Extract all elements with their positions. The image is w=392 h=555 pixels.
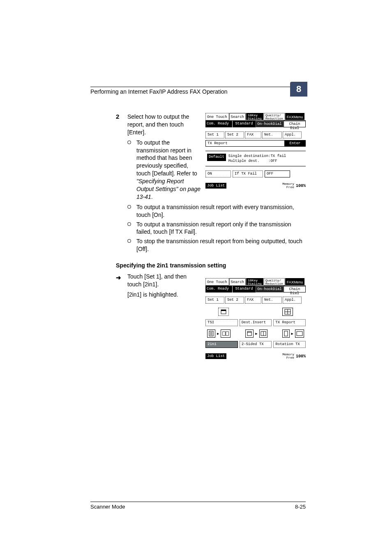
landscape-icon bbox=[295, 329, 304, 338]
btn-tsi[interactable]: TSI bbox=[205, 319, 238, 326]
svg-rect-15 bbox=[284, 331, 288, 336]
tab-faxmenu[interactable]: FAXMenu bbox=[285, 278, 305, 285]
btn-default[interactable]: Default bbox=[207, 154, 226, 161]
svg-rect-16 bbox=[297, 332, 302, 336]
text-report-lines: Single destination:TX fail Multiple dest… bbox=[228, 154, 286, 164]
stamp-icon[interactable] bbox=[218, 308, 229, 316]
grid-icon[interactable] bbox=[282, 308, 293, 316]
icon-pair-2sided: ▶ bbox=[245, 329, 267, 338]
book-closed-icon bbox=[245, 329, 254, 338]
arrow-right-icon: ▶ bbox=[255, 332, 257, 336]
svg-rect-1 bbox=[221, 310, 226, 311]
bullet-text-post: . bbox=[151, 193, 153, 200]
status-com-ready: Com. Ready bbox=[205, 121, 233, 127]
bullet-icon bbox=[127, 239, 131, 243]
icon-pair-rotation: ▶ bbox=[282, 329, 304, 338]
btn-fax[interactable]: FAX bbox=[245, 297, 261, 304]
btn-chain-dial[interactable]: Chain Dial bbox=[284, 286, 306, 292]
tab-dialing[interactable]: 10KeyDialing bbox=[246, 113, 263, 120]
arrow-step-text: Touch [Set 1], and then touch [2in1]. bbox=[127, 273, 195, 288]
label-memory-pct: 100% bbox=[296, 354, 306, 359]
subheading-2in1: Specifying the 2in1 transmission setting bbox=[116, 262, 306, 269]
tab-one-touch[interactable]: One Touch bbox=[205, 278, 229, 286]
page-single-icon bbox=[207, 329, 215, 338]
btn-rotation-tx[interactable]: Rotation TX bbox=[273, 341, 306, 348]
arrow-right-icon: ▶ bbox=[291, 332, 293, 336]
bullet-icon bbox=[127, 140, 131, 144]
label-memory-pct: 100% bbox=[296, 184, 306, 188]
portrait-icon bbox=[282, 329, 290, 338]
btn-fax[interactable]: FAX bbox=[245, 131, 261, 138]
btn-on[interactable]: ON bbox=[205, 170, 231, 177]
tab-one-touch[interactable]: One Touch bbox=[205, 113, 229, 120]
btn-tx-report[interactable]: TX Report bbox=[273, 319, 306, 326]
tab-search[interactable]: Search bbox=[229, 113, 246, 120]
book-open-icon bbox=[259, 329, 267, 338]
step2-bullet-default: To output the transmission report in met… bbox=[127, 139, 202, 201]
status-com-ready: Com. Ready bbox=[205, 286, 233, 292]
tab-quality[interactable]: Quality/Reduction bbox=[264, 278, 285, 286]
bullet-text: To stop the transmission result report f… bbox=[136, 238, 302, 252]
btn-job-list[interactable]: Job List bbox=[205, 353, 226, 359]
header-title: Performing an Internet Fax/IP Address FA… bbox=[90, 88, 228, 95]
btn-onhook-dial[interactable]: On-hookDial bbox=[256, 286, 284, 292]
tab-search[interactable]: Search bbox=[229, 278, 246, 285]
lcd-screenshot-2in1: One Touch Search 10KeyDialing Quality/Re… bbox=[205, 278, 306, 367]
btn-2in1[interactable]: 2in1 bbox=[205, 341, 238, 348]
footer-left: Scanner Mode bbox=[90, 504, 125, 510]
arrow-right-icon: ▶ bbox=[217, 332, 219, 336]
label-memory-free: Memory Free bbox=[282, 353, 294, 359]
svg-rect-10 bbox=[226, 332, 228, 336]
btn-enter[interactable]: Enter bbox=[284, 140, 306, 147]
bullet-icon bbox=[127, 222, 131, 226]
step-2-text: Select how to output the report, and the… bbox=[127, 113, 193, 136]
arrow-step-result: [2in1] is highlighted. bbox=[127, 291, 195, 299]
bullet-icon bbox=[127, 205, 131, 209]
btn-chain-dial[interactable]: Chain Dial bbox=[284, 121, 306, 127]
btn-net[interactable]: Net. bbox=[262, 297, 282, 304]
bullet-text-pre: To output the transmission report in met… bbox=[136, 139, 197, 177]
chapter-badge: 8 bbox=[290, 82, 307, 97]
footer-page-number: 8-25 bbox=[295, 504, 306, 510]
header-rule bbox=[90, 87, 306, 87]
step2-bullet-iftxfail: To output a transmission result report o… bbox=[127, 221, 304, 236]
btn-job-list[interactable]: Job List bbox=[205, 183, 226, 189]
tab-faxmenu[interactable]: FAXMenu bbox=[285, 113, 305, 120]
btn-net[interactable]: Net. bbox=[262, 131, 282, 138]
page-double-icon bbox=[221, 329, 231, 338]
bullet-text: To output a transmission result report o… bbox=[136, 221, 291, 235]
lcd-screenshot-txreport: One Touch Search 10KeyDialing Quality/Re… bbox=[205, 113, 306, 200]
label-tx-report: TX Report bbox=[205, 140, 284, 147]
step2-bullet-off: To stop the transmission result report f… bbox=[127, 237, 304, 253]
step2-bullet-on: To output a transmission result report w… bbox=[127, 203, 304, 219]
btn-off[interactable]: OFF bbox=[265, 170, 290, 177]
btn-onhook-dial[interactable]: On-hookDial bbox=[256, 121, 284, 127]
bullet-text: To output a transmission result report w… bbox=[136, 204, 294, 218]
svg-rect-9 bbox=[223, 332, 225, 336]
panel-report-settings: Default Single destination:TX fail Multi… bbox=[205, 151, 306, 166]
btn-set2[interactable]: Set 2 bbox=[225, 131, 244, 138]
btn-appl[interactable]: Appl. bbox=[283, 297, 302, 304]
arrow-icon: ➜ bbox=[116, 274, 121, 282]
tab-quality[interactable]: Quality/Reduction bbox=[264, 113, 285, 120]
status-standard: Standard bbox=[233, 286, 256, 292]
icon-pair-2in1: ▶ bbox=[207, 329, 231, 338]
btn-appl[interactable]: Appl. bbox=[283, 131, 302, 138]
tab-dialing[interactable]: 10KeyDialing bbox=[246, 278, 263, 285]
btn-2sided-tx[interactable]: 2-Sided TX bbox=[240, 341, 272, 348]
btn-dest-insert[interactable]: Dest.Insert bbox=[240, 319, 272, 326]
btn-set1[interactable]: Set 1 bbox=[205, 131, 224, 138]
step-number-2: 2 bbox=[116, 113, 119, 120]
bullet-ref: "Specifying Report Output Settings" on p… bbox=[136, 178, 201, 200]
btn-set2[interactable]: Set 2 bbox=[225, 297, 244, 304]
status-standard: Standard bbox=[233, 121, 256, 127]
btn-if-tx-fail[interactable]: If TX Fail bbox=[233, 170, 263, 177]
label-memory-free: Memory Free bbox=[282, 182, 294, 189]
btn-set1[interactable]: Set 1 bbox=[205, 297, 224, 304]
